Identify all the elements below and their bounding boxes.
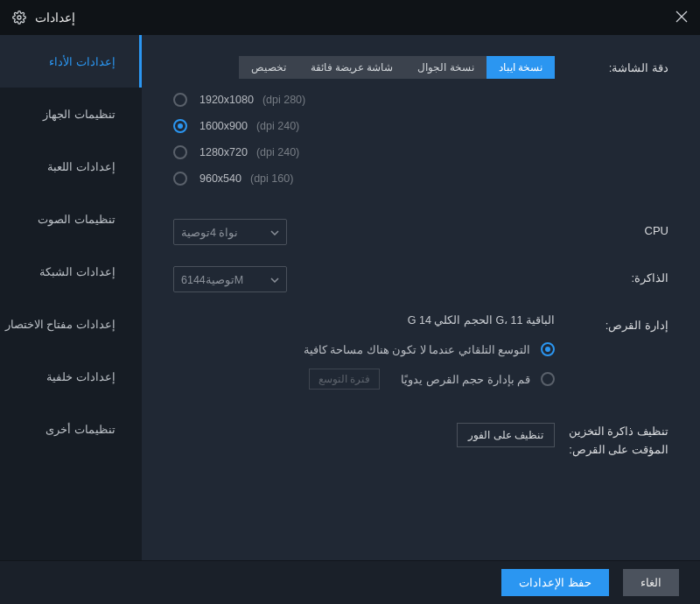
sidebar: إعدادات الأداء تنظيمات الجهاز إعدادات ال… bbox=[0, 35, 142, 560]
resolution-option-1600[interactable]: 1600x900(dpi 240) bbox=[173, 119, 555, 133]
radio-icon bbox=[173, 145, 187, 159]
sidebar-item-label: إعدادات خلفية bbox=[46, 370, 116, 383]
sidebar-item-other[interactable]: تنظيمات أخرى bbox=[0, 403, 142, 455]
resolution-option-1920[interactable]: 1920x1080(dpi 280) bbox=[173, 93, 555, 107]
sidebar-item-network[interactable]: إعدادات الشبكة bbox=[0, 245, 142, 298]
titlebar: إعدادات bbox=[0, 0, 700, 35]
disk-label: إدارة القرص: bbox=[555, 313, 668, 332]
memory-select[interactable]: توصية6144M bbox=[173, 266, 287, 292]
radio-icon bbox=[541, 342, 555, 356]
footer: حفظ الإعدادات الغاء bbox=[0, 560, 700, 604]
content-panel: دقة الشاشة: نسخة ايباد نسخة الجوال شاشة … bbox=[142, 35, 700, 560]
gear-icon bbox=[12, 11, 26, 25]
sidebar-item-shortcut[interactable]: إعدادات مفتاح الاختصار bbox=[0, 298, 142, 350]
radio-icon bbox=[173, 172, 187, 186]
radio-icon bbox=[541, 372, 555, 386]
resolution-option-1280[interactable]: 1280x720(dpi 240) bbox=[173, 145, 555, 159]
sidebar-item-label: إعدادات الشبكة bbox=[39, 265, 116, 278]
cache-label: تنظيف ذاكرة التخزين المؤقت على القرص: bbox=[555, 423, 668, 460]
cancel-button[interactable]: الغاء bbox=[623, 569, 679, 596]
resolution-option-960[interactable]: 960x540(dpi 160) bbox=[173, 172, 555, 186]
save-button[interactable]: حفظ الإعدادات bbox=[501, 569, 609, 596]
clean-cache-button[interactable]: تنظيف على الفور bbox=[457, 423, 555, 447]
sidebar-item-label: إعدادات اللعبة bbox=[47, 160, 116, 173]
sidebar-item-background[interactable]: إعدادات خلفية bbox=[0, 350, 142, 403]
window-title: إعدادات bbox=[35, 11, 75, 25]
radio-icon bbox=[173, 93, 187, 107]
tab-mobile[interactable]: نسخة الجوال bbox=[405, 56, 486, 79]
expand-period-button: فترة التوسع bbox=[309, 369, 380, 390]
sidebar-item-label: تنظيمات أخرى bbox=[46, 423, 116, 436]
tab-ipad[interactable]: نسخة ايباد bbox=[486, 56, 555, 79]
cpu-label: CPU bbox=[555, 219, 668, 237]
disk-option-manual[interactable]: قم بإدارة حجم القرص يدويًا فترة التوسع bbox=[173, 369, 555, 390]
sidebar-item-label: إعدادات مفتاح الاختصار bbox=[5, 318, 116, 331]
tab-custom[interactable]: تخصيص bbox=[239, 56, 298, 79]
sidebar-item-performance[interactable]: إعدادات الأداء bbox=[0, 35, 142, 88]
chevron-down-icon bbox=[270, 226, 279, 238]
chevron-down-icon bbox=[270, 273, 279, 285]
radio-icon bbox=[173, 119, 187, 133]
cpu-value: نواة 4توصية bbox=[181, 226, 238, 239]
close-icon[interactable] bbox=[676, 11, 688, 25]
disk-info: الباقية G، 11 الحجم الكلي 14 G bbox=[173, 313, 555, 327]
svg-point-0 bbox=[18, 16, 21, 19]
cpu-select[interactable]: نواة 4توصية bbox=[173, 219, 287, 245]
sidebar-item-label: تنظيمات الصوت bbox=[38, 213, 116, 226]
memory-label: الذاكرة: bbox=[555, 266, 668, 284]
sidebar-item-label: تنظيمات الجهاز bbox=[43, 108, 116, 121]
sidebar-item-game[interactable]: إعدادات اللعبة bbox=[0, 140, 142, 193]
disk-option-auto[interactable]: التوسع التلقائي عندما لا تكون هناك مساحة… bbox=[173, 342, 555, 356]
sidebar-item-sound[interactable]: تنظيمات الصوت bbox=[0, 193, 142, 245]
memory-value: توصية6144M bbox=[181, 273, 243, 286]
tab-ultrawide[interactable]: شاشة عريضة فائقة bbox=[298, 56, 406, 79]
sidebar-item-label: إعدادات الأداء bbox=[49, 55, 116, 68]
sidebar-item-device[interactable]: تنظيمات الجهاز bbox=[0, 88, 142, 140]
resolution-label: دقة الشاشة: bbox=[555, 56, 668, 74]
